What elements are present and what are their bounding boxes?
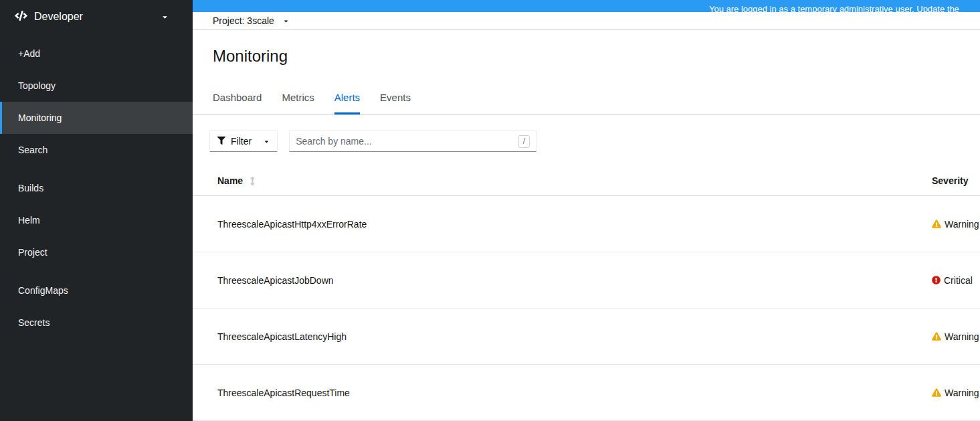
warning-icon [932,220,941,228]
perspective-switcher[interactable]: Developer [0,0,193,33]
chevron-down-icon[interactable] [283,18,289,24]
page-header: Monitoring [193,30,980,66]
login-notice-banner: You are logged in as a temporary adminis… [193,0,980,12]
tab-bar: Dashboard Metrics Alerts Events [193,92,980,115]
warning-icon [932,332,941,341]
severity-label: Warning [945,388,979,398]
tab-alerts[interactable]: Alerts [334,92,360,114]
sidebar-item-project[interactable]: Project [0,236,193,268]
search-box: / [289,131,536,152]
page-title: Monitoring [213,46,960,66]
severity-badge: Warning [932,331,980,342]
banner-message[interactable]: You are logged in as a temporary adminis… [709,4,959,12]
severity-badge: Warning [932,219,980,230]
slash-key-hint: / [518,135,530,148]
severity-label: Critical [944,275,973,286]
alert-name[interactable]: ThreescaleApicastLatencyHigh [193,331,932,342]
tab-events[interactable]: Events [380,92,411,114]
severity-badge: Critical [932,275,980,286]
severity-label: Warning [945,219,979,230]
table-header-row: Name Severity [193,166,980,196]
tab-metrics[interactable]: Metrics [282,92,314,114]
perspective-label: Developer [34,11,83,23]
alert-name[interactable]: ThreescaleApicastJobDown [193,275,932,286]
project-bar: Project: 3scale [193,12,980,30]
sidebar-item-configmaps[interactable]: ConfigMaps [0,274,193,307]
sidebar-item-helm[interactable]: Helm [0,204,193,236]
column-header-severity: Severity [932,175,980,186]
sidebar-item-add[interactable]: +Add [0,37,193,70]
severity-label: Warning [945,331,979,342]
table-row[interactable]: ThreescaleApicastHttp4xxErrorRate Warnin… [193,196,980,252]
warning-icon [932,388,941,397]
severity-badge: Warning [932,388,980,398]
sidebar-item-topology[interactable]: Topology [0,70,193,102]
alerts-table: Name Severity ThreescaleApicastHttp4xxEr… [193,166,980,421]
table-row[interactable]: ThreescaleApicastLatencyHigh Warning [193,309,980,365]
filter-label: Filter [231,136,252,147]
project-selector-label[interactable]: Project: 3scale [213,15,274,26]
filter-dropdown[interactable]: Filter [209,131,278,152]
chevron-down-icon [161,13,169,21]
table-row[interactable]: ThreescaleApicastRequestTime Warning [193,365,980,421]
sort-icon[interactable] [250,177,256,185]
sidebar: Developer +Add Topology Monitoring Searc… [0,0,193,421]
table-row[interactable]: ThreescaleApicastJobDown Critical [193,252,980,309]
search-input[interactable] [296,136,518,147]
main-content: You are logged in as a temporary adminis… [193,0,980,421]
filter-icon [217,136,225,147]
tab-dashboard[interactable]: Dashboard [213,92,262,114]
code-icon [15,11,27,23]
sidebar-item-search[interactable]: Search [0,134,193,166]
alert-name[interactable]: ThreescaleApicastHttp4xxErrorRate [193,219,932,230]
sidebar-item-builds[interactable]: Builds [0,172,193,204]
sidebar-item-monitoring[interactable]: Monitoring [0,102,193,134]
filter-toolbar: Filter / [209,131,980,152]
column-header-name[interactable]: Name [193,175,932,186]
sidebar-nav: +Add Topology Monitoring Search Builds H… [0,33,193,339]
critical-icon [932,276,941,284]
sidebar-item-secrets[interactable]: Secrets [0,307,193,339]
alert-name[interactable]: ThreescaleApicastRequestTime [193,388,932,398]
chevron-down-icon [264,139,270,145]
